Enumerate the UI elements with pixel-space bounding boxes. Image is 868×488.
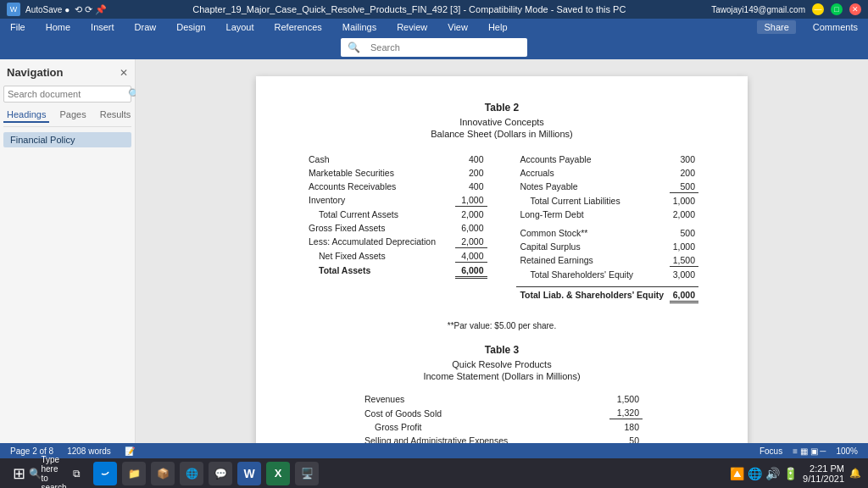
user-email: Tawojayi149@gmail.com (711, 5, 805, 14)
tab-results[interactable]: Results (97, 108, 135, 123)
table2-title: Table 2 (298, 102, 705, 114)
total-equity-value: 3,000 (670, 269, 698, 280)
marketable-label: Marketable Securities (305, 167, 453, 179)
accounts-rec-value: 400 (455, 180, 487, 192)
title-bar-left: W AutoSave ● ⟲ ⟳ 📌 (7, 3, 107, 16)
total-liab-label: Total Liab. & Shareholders' Equity (516, 289, 667, 303)
taskbar: ⊞ 🔍 Type here to search ⧉ 📁 📦 🌐 💬 W X 🖥️… (0, 458, 868, 488)
system-tray: 🔼 🌐 🔊 🔋 (730, 467, 798, 480)
total-liab-value: 6,000 (670, 289, 698, 303)
word-taskbar-button[interactable]: W (237, 462, 261, 485)
total-current-assets-label: Total Current Assets (305, 208, 453, 220)
word-icon: W (7, 3, 20, 16)
chrome-button[interactable]: 🌐 (180, 462, 203, 485)
windows-start-button[interactable]: ⊞ (7, 462, 31, 485)
gross-profit-value: 180 (609, 421, 643, 433)
menu-view[interactable]: View (444, 20, 471, 34)
teams-button[interactable]: 💬 (209, 462, 232, 485)
menu-references[interactable]: References (271, 20, 326, 34)
menu-home[interactable]: Home (42, 20, 74, 34)
maximize-button[interactable]: □ (831, 3, 843, 15)
accounts-pay-label: Accounts Payable (516, 153, 667, 165)
revenues-value: 1,500 (609, 393, 643, 405)
title-bar: W AutoSave ● ⟲ ⟳ 📌 Chapter_19_Major_Case… (0, 0, 868, 19)
sidebar-search-box[interactable]: 🔍 ▼ (3, 86, 131, 103)
hp-button[interactable]: 🖥️ (295, 462, 319, 485)
gross-fixed-label: Gross Fixed Assets (305, 222, 453, 234)
search-icon: 🔍 (348, 42, 360, 53)
autosave-label: AutoSave ● (25, 5, 70, 14)
net-fixed-value: 4,000 (455, 250, 487, 263)
tab-pages[interactable]: Pages (56, 108, 89, 123)
capital-surplus-label: Capital Surplus (516, 241, 667, 252)
menu-design[interactable]: Design (173, 20, 209, 34)
navigation-sidebar: Navigation ✕ 🔍 ▼ Headings Pages Results … (0, 59, 136, 458)
notification-button[interactable]: 🔔 (849, 468, 861, 479)
tab-headings[interactable]: Headings (3, 108, 49, 123)
menu-draw[interactable]: Draw (131, 20, 160, 34)
cogs-label: Cost of Goods Sold (361, 407, 608, 419)
clock: 2:21 PM 9/11/2021 (803, 463, 844, 484)
balance-sheet-table: Cash 400 Marketable Securities 200 Accou… (298, 149, 705, 308)
total-current-liab-label: Total Current Liabilities (516, 195, 667, 207)
sidebar-tabs: Headings Pages Results (3, 108, 131, 127)
total-assets-value: 6,000 (455, 264, 487, 279)
main-layout: Navigation ✕ 🔍 ▼ Headings Pages Results … (0, 59, 868, 458)
menu-help[interactable]: Help (485, 20, 511, 34)
accounts-pay-value: 300 (670, 153, 698, 165)
cogs-value: 1,320 (609, 407, 643, 419)
long-term-label: Long-Term Debt (516, 208, 667, 220)
word-count: 1208 words (67, 446, 111, 456)
ribbon: File Home Insert Draw Design Layout Refe… (0, 19, 868, 36)
gross-profit-label: Gross Profit (361, 421, 608, 433)
retained-value: 1,500 (670, 254, 698, 267)
menu-mailings[interactable]: Mailings (339, 20, 380, 34)
title-bar-right: Tawojayi149@gmail.com — □ ✕ (711, 3, 861, 15)
share-button[interactable]: Share (757, 20, 795, 34)
excel-button[interactable]: X (266, 462, 290, 485)
less-accum-label: Less: Accumulated Depreciation (305, 236, 453, 248)
edge-button[interactable] (93, 462, 117, 485)
total-current-liab-value: 1,000 (670, 195, 698, 207)
sidebar-close-button[interactable]: ✕ (120, 67, 128, 79)
document-page: Table 2 Innovative Concepts Balance Shee… (256, 76, 748, 458)
dropbox-button[interactable]: 📦 (151, 462, 175, 485)
inventory-label: Inventory (305, 194, 453, 207)
long-term-value: 2,000 (670, 208, 698, 220)
net-fixed-label: Net Fixed Assets (305, 250, 453, 263)
view-icons: ≡ ▦ ▣ ─ (793, 446, 826, 456)
file-explorer-button[interactable]: 📁 (122, 462, 146, 485)
table3-title: Table 3 (298, 344, 705, 356)
menu-file[interactable]: File (7, 20, 29, 34)
minimize-button[interactable]: — (812, 3, 824, 15)
task-view-button[interactable]: ⧉ (64, 462, 88, 485)
menu-insert[interactable]: Insert (87, 20, 118, 34)
search-taskbar-button[interactable]: 🔍 Type here to search (36, 462, 59, 485)
liabilities-section: Accounts Payable 300 Accruals 200 Notes … (511, 151, 704, 306)
search-input[interactable] (364, 40, 516, 55)
marketable-value: 200 (455, 167, 487, 179)
status-right: Focus ≡ ▦ ▣ ─ 100% (760, 446, 858, 456)
retained-label: Retained Earnings (516, 254, 667, 267)
focus-label[interactable]: Focus (760, 446, 782, 456)
sidebar-search-input[interactable] (8, 89, 125, 99)
total-current-assets-value: 2,000 (455, 208, 487, 220)
total-assets-label: Total Assets (305, 264, 453, 279)
document-area: Table 2 Innovative Concepts Balance Shee… (136, 59, 868, 458)
notes-pay-value: 500 (670, 180, 698, 193)
revenues-label: Revenues (361, 393, 608, 405)
table2-subtitle: Balance Sheet (Dollars in Millions) (298, 129, 705, 139)
close-button[interactable]: ✕ (849, 3, 861, 15)
cash-label: Cash (305, 153, 453, 165)
accruals-label: Accruals (516, 167, 667, 179)
menu-review[interactable]: Review (393, 20, 431, 34)
menu-layout[interactable]: Layout (223, 20, 258, 34)
search-bar-area: 🔍 (0, 36, 868, 59)
table3-subtitle: Income Statement (Dollars in Millions) (298, 371, 705, 381)
status-left: Page 2 of 8 1208 words 📝 (10, 446, 135, 456)
common-stock-value: 500 (670, 227, 698, 239)
assets-section: Cash 400 Marketable Securities 200 Accou… (300, 151, 492, 306)
table3-company: Quick Resolve Products (298, 359, 705, 369)
comments-button[interactable]: Comments (810, 20, 861, 34)
nav-item-financial-policy[interactable]: Financial Policy (3, 132, 131, 147)
